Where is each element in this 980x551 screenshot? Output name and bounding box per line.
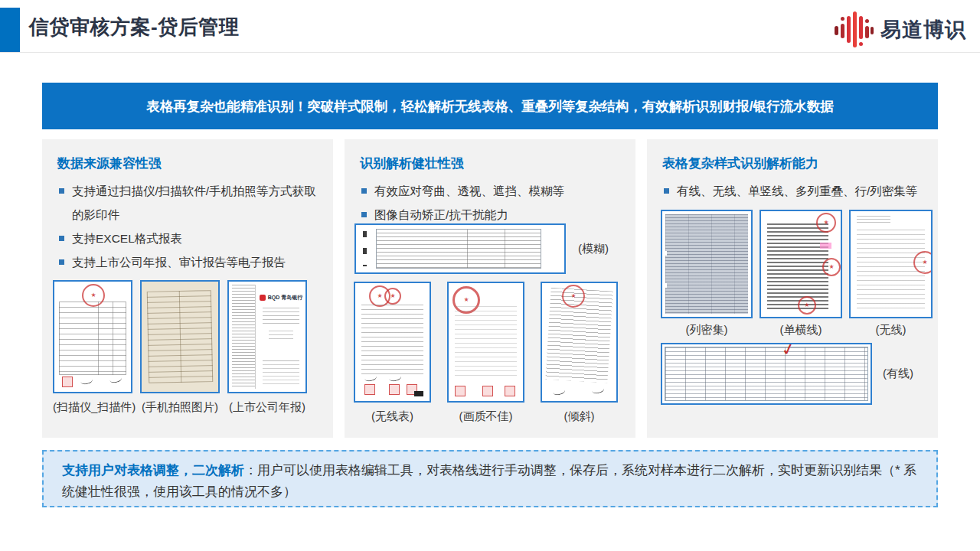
wireless-table-thumbnail xyxy=(354,282,431,403)
table-lines xyxy=(455,306,517,378)
thumbnail-caption: (画质不佳) xyxy=(447,409,524,424)
panel-title: 表格复杂样式识别解析能力 xyxy=(662,155,923,172)
annual-report-thumbnail: BQD 青岛银行 xyxy=(227,280,307,393)
thumbnail-caption: (列密集) xyxy=(661,323,753,337)
table-lines xyxy=(59,302,126,375)
signature-mark xyxy=(80,376,93,385)
red-square-stamp-icon xyxy=(364,384,375,395)
bullet-list: 有线、无线、单竖线、多列重叠、行/列密集等 xyxy=(664,179,926,203)
punch-hole xyxy=(662,251,667,256)
brand-waveform-icon xyxy=(835,10,873,50)
pink-highlight-mark xyxy=(820,243,831,249)
header-divider xyxy=(0,52,980,53)
red-round-stamp-icon xyxy=(816,213,836,233)
table-lines xyxy=(857,230,925,311)
thumbnail-row: (无线表) (画质不佳) (倾斜) xyxy=(354,282,618,424)
report-lines xyxy=(263,360,299,384)
red-square-stamp-icon xyxy=(389,384,400,395)
bullet-text: 有效应对弯曲、透视、遮挡、模糊等 xyxy=(374,179,564,203)
wireless-clean-figure: (无线) xyxy=(849,210,933,337)
bullet-square-icon xyxy=(59,259,64,265)
bullet-item: 有线、无线、单竖线、多列重叠、行/列密集等 xyxy=(664,179,926,203)
report-text-column xyxy=(232,285,256,389)
red-round-stamp-icon xyxy=(562,285,585,308)
sample-caption: (有线) xyxy=(883,367,913,381)
bullet-item: 有效应对弯曲、透视、遮挡、模糊等 xyxy=(361,179,623,203)
red-round-stamp-icon xyxy=(82,284,105,307)
bullet-text: 支持EXCEL格式报表 xyxy=(72,227,182,250)
slide: 信贷审核方案-贷后管理 易道博识 表格再复杂也能精准识别！突破样式限制，轻松解析… xyxy=(0,0,980,551)
tilted-doc-figure: (倾斜) xyxy=(541,282,618,424)
brand-name: 易道博识 xyxy=(880,16,966,44)
scanned-doc-figure: (扫描仪_扫描件) xyxy=(53,280,132,415)
bank-logo-icon xyxy=(260,295,266,301)
thumbnail-row: (扫描仪_扫描件) (手机拍照图片) BQD 青岛银行 (上市公司年报) xyxy=(53,280,307,415)
title-accent-bar xyxy=(0,8,20,52)
table-lines xyxy=(147,290,213,383)
thumbnail-caption: (倾斜) xyxy=(541,409,618,424)
table-lines xyxy=(376,229,541,269)
blurry-doc-thumbnail xyxy=(354,223,566,274)
thumbnail-row: (列密集) (单横线) (无线) xyxy=(661,210,933,337)
red-square-stamp-icon xyxy=(482,386,493,396)
bullet-text: 支持通过扫描仪/扫描软件/手机拍照等方式获取的影印件 xyxy=(72,179,321,227)
thumbnail-caption: (无线) xyxy=(849,323,933,337)
barcode-mark xyxy=(414,391,423,396)
bullet-list: 有效应对弯曲、透视、遮挡、模糊等 图像自动矫正/抗干扰能力 xyxy=(361,179,623,227)
table-lines xyxy=(665,214,748,314)
signature-mark xyxy=(552,386,566,396)
panel-data-sources: 数据来源兼容性强 支持通过扫描仪/扫描软件/手机拍照等方式获取的影印件 支持EX… xyxy=(42,139,333,438)
report-lines xyxy=(269,331,293,340)
bullet-item: 支持EXCEL格式报表 xyxy=(59,227,321,250)
headline-banner: 表格再复杂也能精准识别！突破样式限制，轻松解析无线表格、重叠列等复杂结构，有效解… xyxy=(42,83,938,129)
bullet-square-icon xyxy=(361,212,367,217)
thumbnail-caption: (手机拍照图片) xyxy=(140,400,220,415)
bullet-square-icon xyxy=(59,236,64,241)
phone-photo-thumbnail xyxy=(140,280,220,393)
single-hline-thumbnail xyxy=(760,210,842,318)
sample-caption: (模糊) xyxy=(578,242,609,256)
wireless-table-figure: (无线表) xyxy=(354,282,431,424)
blurry-sample-row: (模糊) xyxy=(354,223,609,274)
red-square-stamp-icon xyxy=(505,386,515,396)
panel-title: 数据来源兼容性强 xyxy=(57,155,318,172)
bullet-item: 支持上市公司年报、审计报告等电子报告 xyxy=(59,250,321,274)
signature-mark xyxy=(591,385,605,394)
bullet-item: 支持通过扫描仪/扫描软件/手机拍照等方式获取的影印件 xyxy=(59,179,321,227)
page-title: 信贷审核方案-贷后管理 xyxy=(29,14,239,41)
thumbnail-caption: (上市公司年报) xyxy=(227,400,307,415)
thumbnail-caption: (单横线) xyxy=(760,323,842,337)
red-square-stamp-icon xyxy=(455,386,466,396)
bank-name-label: BQD 青岛银行 xyxy=(268,294,303,302)
red-round-stamp-icon xyxy=(384,288,401,305)
single-hline-figure: (单横线) xyxy=(760,210,842,337)
thumbnail-caption: (无线表) xyxy=(354,409,431,424)
bank-logo-row: BQD 青岛银行 xyxy=(258,294,304,302)
signature-mark xyxy=(109,374,122,383)
table-lines xyxy=(361,305,423,375)
poor-quality-figure: (画质不佳) xyxy=(447,282,524,424)
dense-columns-thumbnail xyxy=(661,210,753,318)
bullet-square-icon xyxy=(664,188,669,194)
bullet-text: 支持上市公司年报、审计报告等电子报告 xyxy=(72,250,286,274)
thumbnail-caption: (扫描仪_扫描件) xyxy=(53,400,132,415)
wireless-clean-thumbnail xyxy=(849,210,933,318)
phone-photo-figure: (手机拍照图片) xyxy=(140,280,220,415)
red-round-stamp-icon xyxy=(822,258,841,276)
bullet-square-icon xyxy=(59,188,64,194)
scanned-doc-thumbnail xyxy=(53,280,132,393)
panel-title: 识别解析健壮性强 xyxy=(360,155,620,172)
table-lines xyxy=(767,223,828,309)
tilted-doc-thumbnail xyxy=(541,282,618,403)
red-square-stamp-icon xyxy=(62,377,73,387)
footnote-highlight: 支持用户对表格调整，二次解析 xyxy=(62,463,244,478)
panel-robustness: 识别解析健壮性强 有效应对弯曲、透视、遮挡、模糊等 图像自动矫正/抗干扰能力 (… xyxy=(345,139,635,438)
dense-columns-figure: (列密集) xyxy=(661,210,753,337)
poor-quality-thumbnail xyxy=(447,282,524,403)
bullet-list: 支持通过扫描仪/扫描软件/手机拍照等方式获取的影印件 支持EXCEL格式报表 支… xyxy=(59,179,321,274)
footnote-box: 支持用户对表格调整，二次解析：用户可以使用表格编辑工具，对表格线进行手动调整，保… xyxy=(42,450,938,507)
wired-table-thumbnail: ✓ xyxy=(661,343,872,405)
red-round-stamp-icon xyxy=(913,251,933,274)
table-grid-lines xyxy=(665,347,868,401)
binder-marks xyxy=(363,231,367,266)
